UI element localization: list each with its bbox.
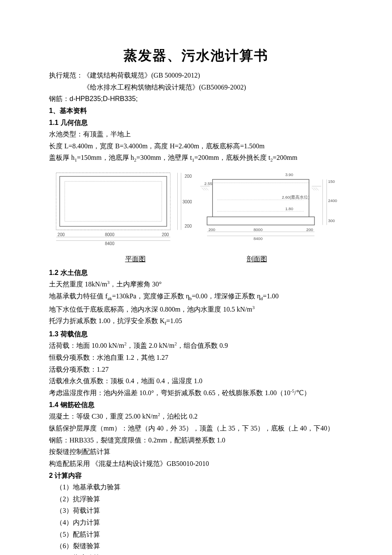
calc-item-4: （4）内力计算 — [49, 517, 343, 528]
rebar-info: 钢筋：HRB335，裂缝宽度限值：0.2mm，配筋调整系数 1.0 — [49, 435, 343, 446]
buoyancy-a: 托浮力折减系数 1.00，抗浮安全系数 K — [49, 317, 165, 324]
sec-tr: 200 — [306, 228, 313, 232]
sec-left-label: 2.55 — [205, 181, 213, 186]
fb-b: =130kPa，宽度修正系数 η — [112, 292, 189, 300]
water-level-a: 地下水位低于底板底标高，池内水深 0.800m，池内水重度 10.5 kN/m — [49, 306, 252, 313]
sec-r1: 150 — [328, 179, 335, 184]
standards-line-2: 《给水排水工程构筑物结构设计规范》(GB50069-2002) — [49, 82, 343, 93]
page-title: 蒸发器、污水池计算书 — [49, 45, 343, 66]
fb-c: =0.00，埋深修正系数 η — [192, 292, 260, 300]
buoyancy-b: =1.05 — [166, 317, 182, 324]
heading-1-4: 1.4 钢筋砼信息 — [49, 399, 343, 410]
plan-dim-t2: 200 — [184, 224, 192, 229]
plan-dim-w: 8000 — [105, 233, 115, 237]
thickness: 盖板厚 h1=150mm，池底厚 h2=300mm，池壁厚 t1=200mm，底… — [49, 152, 343, 164]
plan-dim-h: 3000 — [182, 200, 192, 205]
thickness-v1: =150mm，池底厚 h — [77, 154, 134, 161]
calc-item-6: （6）裂缝验算 — [49, 541, 343, 552]
rebar-value: d-HPB235;D-HRB335; — [69, 95, 138, 102]
rebar-label: 钢筋： — [49, 95, 69, 102]
ci-b: ，泊松比 0.2 — [160, 413, 198, 420]
section-svg: 2.55 3.90 2.60(最高水位) 1.80 150 2400 300 8… — [200, 169, 343, 244]
sec-h3: 1.80 — [285, 206, 293, 211]
section-diagram: 2.55 3.90 2.60(最高水位) 1.80 150 2400 300 8… — [200, 169, 343, 251]
standard-2: 《给水排水工程构筑物结构设计规范》(GB50069-2002) — [83, 84, 246, 91]
sec-h2: 2.60(最高水位) — [282, 195, 309, 199]
sec-tl: 200 — [208, 228, 215, 232]
cover-thickness: 纵筋保护层厚度（mm）：池壁（内 40，外 35），顶盖（上 35，下 35），… — [49, 423, 343, 434]
plan-diagram: 3000 200 200 8000 8400 200 200 — [49, 169, 192, 251]
standards-label: 执行规范： — [49, 72, 83, 79]
calc-item-3: （3）荷载计算 — [49, 505, 343, 516]
heading-1-1: 1.1 几何信息 — [49, 117, 343, 128]
heading-2: 2 计算内容 — [49, 470, 343, 481]
live-load-factor: 活载分项系数：1.27 — [49, 364, 343, 375]
sec-h1: 3.90 — [285, 172, 293, 177]
dead-load-factor: 恒载分项系数：水池自重 1.2，其他 1.27 — [49, 352, 343, 363]
buoyancy: 托浮力折减系数 1.00，抗浮安全系数 Kf=1.05 — [49, 315, 343, 327]
ci-a: 混凝土：等级 C30，重度 25.00 kN/m — [49, 413, 158, 420]
sec-r2: 2400 — [328, 198, 337, 203]
rebar-line: 钢筋：d-HPB235;D-HRB335; — [49, 93, 343, 104]
concrete-info: 混凝土：等级 C30，重度 25.00 kN/m2，泊松比 0.2 — [49, 411, 343, 422]
thickness-v3: =200mm，底板外挑长度 t — [194, 154, 270, 161]
thickness-v2: =300mm，池壁厚 t — [136, 154, 192, 161]
calc-item-7: （7）挠度验算 — [49, 552, 343, 555]
svg-rect-2 — [65, 182, 162, 222]
standards-line-1: 执行规范：《建筑结构荷载规范》(GB 50009-2012) — [49, 70, 343, 81]
ll-a: 活荷载：地面 10.00 kN/m — [49, 342, 124, 349]
caption-section: 剖面图 — [247, 254, 267, 265]
plan-dim-tr: 200 — [162, 233, 169, 237]
temp-humidity: 考虑温湿度作用：池内外温差 10.0°，弯矩折减系数 0.65，砼线膨胀系数 1… — [49, 387, 343, 399]
fb-a: 地基承载力特征值 f — [49, 292, 107, 300]
calc-item-1: （1）地基承载力验算 — [49, 482, 343, 493]
plan-dim-tl: 200 — [58, 233, 65, 237]
thickness-v4: =200mm — [273, 154, 297, 161]
foundation-bearing: 地基承载力特征值 fak=130kPa，宽度修正系数 ηb=0.00，埋深修正系… — [49, 291, 343, 303]
quasi-permanent: 活载准永久值系数：顶板 0.4，地面 0.4，温湿度 1.0 — [49, 376, 343, 387]
plan-dim-w2: 8400 — [105, 241, 115, 246]
soil-weight-b: ，土内摩擦角 30° — [110, 281, 161, 288]
caption-plan: 平面图 — [125, 254, 146, 265]
calc-item-5: （5）配筋计算 — [49, 529, 343, 540]
heading-1-3: 1.3 荷载信息 — [49, 329, 343, 340]
sec-w2: 8400 — [254, 236, 262, 241]
soil-weight-a: 土天然重度 18kN/m — [49, 281, 107, 288]
caption-row: 平面图 剖面图 — [49, 254, 343, 265]
th-b: /℃） — [294, 389, 311, 396]
standard-1: 《建筑结构荷载规范》(GB 50009-2012) — [83, 72, 200, 79]
calc-item-2: （2）抗浮验算 — [49, 494, 343, 505]
th-a: 考虑温湿度作用：池内外温差 10.0°，弯矩折减系数 0.65，砼线膨胀系数 1… — [49, 389, 290, 396]
soil-weight: 土天然重度 18kN/m3，土内摩擦角 30° — [49, 279, 343, 290]
construction-rebar: 构造配筋采用 《混凝土结构设计规范》GB50010-2010 — [49, 458, 343, 469]
water-level: 地下水位低于底板底标高，池内水深 0.800m，池内水重度 10.5 kN/m3 — [49, 304, 343, 315]
sec-w: 8000 — [254, 228, 262, 232]
thickness-prefix: 盖板厚 h — [49, 154, 75, 161]
ll-c: ，组合值系数 0.9 — [177, 342, 228, 349]
svg-rect-1 — [60, 176, 167, 226]
live-load: 活荷载：地面 10.00 kN/m2，顶盖 2.0 kN/m2，组合值系数 0.… — [49, 340, 343, 351]
sec-r3: 300 — [328, 219, 335, 223]
dimensions: 长度 L=8.400m，宽度 B=3.4000m，高度 H=2.400m，底板底… — [49, 141, 343, 152]
plan-svg: 3000 200 200 8000 8400 200 200 — [49, 169, 192, 248]
ll-b: ，顶盖 2.0 kN/m — [127, 342, 174, 349]
svg-rect-8 — [207, 217, 314, 225]
diagram-container: 3000 200 200 8000 8400 200 200 2.55 3.90 — [49, 169, 343, 251]
fb-d: =1.00 — [263, 292, 279, 300]
plan-dim-t1: 200 — [184, 174, 192, 179]
heading-1-2: 1.2 水土信息 — [49, 267, 343, 278]
crack-control: 按裂缝控制配筋计算 — [49, 446, 343, 457]
heading-1: 1、基本资料 — [49, 105, 343, 116]
pool-type: 水池类型：有顶盖，半地上 — [49, 129, 343, 140]
